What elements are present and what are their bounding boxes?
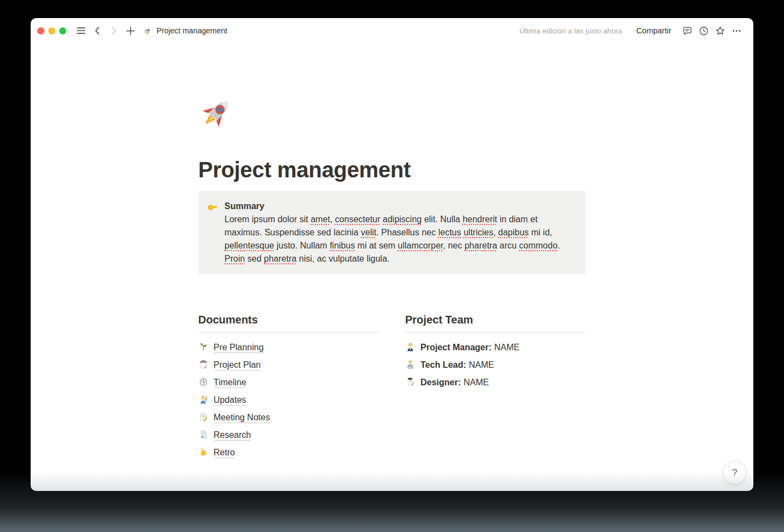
project-team-heading: Project Team (405, 313, 586, 327)
summary-callout: Summary Lorem ipsum dolor sit amet, cons… (198, 191, 586, 274)
page-body: Project management Summary Lorem ipsum d… (31, 43, 753, 491)
breadcrumb-title: Project management (157, 26, 227, 35)
page-icon-rocket[interactable] (198, 94, 235, 131)
document-link[interactable]: Pre Planning (214, 343, 264, 352)
help-button[interactable]: ? (723, 461, 746, 484)
clock-icon (698, 25, 710, 37)
document-link[interactable]: Research (214, 430, 251, 440)
document-emoji-icon (198, 377, 209, 389)
callout-text-segment: velit (361, 228, 376, 237)
pointing-right-icon (206, 200, 218, 265)
last-edited-label: Última edición a las justo ahora (520, 27, 622, 35)
team-member-name: NAME (469, 360, 494, 369)
document-link[interactable]: Project Plan (214, 360, 261, 370)
callout-text-segment: lectus (438, 228, 461, 237)
team-member-row: Tech Lead:NAME (405, 356, 586, 374)
back-button[interactable] (90, 23, 105, 38)
zoom-window-button[interactable] (59, 27, 66, 34)
callout-text-segment: consectetur (335, 215, 381, 224)
team-member-text: Project Manager:NAME (420, 343, 520, 352)
callout-text-segment: adipiscing (383, 215, 422, 224)
document-list-item: Updates (198, 391, 379, 409)
star-icon (714, 25, 726, 37)
callout-text-segment: amet (310, 215, 330, 224)
chevron-right-icon (109, 26, 119, 36)
team-member-name: NAME (494, 343, 520, 352)
team-member-emoji-icon (405, 342, 416, 354)
document-list-item: Meeting Notes (198, 409, 379, 426)
callout-text-segment: pharetra (464, 241, 497, 250)
callout-text-segment: dapibus (498, 228, 529, 237)
callout-paragraph: Lorem ipsum dolor sit amet, consectetur … (224, 213, 577, 265)
plus-icon (125, 26, 136, 36)
project-team-section: Project Team Project Manager:NAME Tech L… (405, 313, 586, 461)
window-controls (37, 27, 66, 34)
close-window-button[interactable] (37, 27, 44, 34)
documents-list: Pre Planning Project Plan Timeline (198, 339, 379, 461)
callout-body: Summary Lorem ipsum dolor sit amet, cons… (224, 200, 577, 265)
callout-text-segment: . (557, 241, 560, 250)
callout-text-segment: justo. Nullam (274, 241, 330, 250)
documents-heading: Documents (198, 313, 379, 327)
callout-text-segment: mi at sem (355, 241, 397, 250)
rocket-icon (198, 94, 235, 131)
document-emoji-icon (198, 342, 209, 354)
rocket-icon (143, 26, 152, 36)
new-page-button[interactable] (123, 23, 138, 38)
callout-text-segment: , nec (443, 241, 464, 250)
callout-text-segment: sed (245, 254, 264, 263)
document-emoji-icon (198, 412, 209, 424)
team-member-text: Tech Lead:NAME (420, 360, 494, 370)
comments-button[interactable] (679, 23, 695, 38)
team-role-label: Tech Lead: (420, 360, 466, 369)
callout-text-segment: , (493, 228, 498, 237)
callout-text-segment: pharetra (264, 254, 297, 263)
document-link[interactable]: Updates (214, 395, 246, 405)
menu-icon (76, 25, 87, 36)
callout-text-segment: commodo (519, 241, 557, 250)
titlebar: Project management Última edición a las … (31, 18, 753, 43)
app-window: Project management Última edición a las … (31, 18, 753, 491)
page-title[interactable]: Project management (198, 157, 586, 183)
callout-text-segment: . Phasellus nec (376, 228, 438, 237)
document-link[interactable]: Timeline (214, 378, 246, 388)
document-link[interactable]: Retro (214, 448, 235, 458)
callout-text-segment: ullamcorper (398, 241, 443, 250)
section-divider (405, 332, 586, 333)
team-member-emoji-icon (405, 359, 416, 372)
document-emoji-icon (198, 394, 209, 407)
document-list-item: Project Plan (198, 356, 379, 374)
updates-button[interactable] (696, 23, 711, 38)
team-member-name: NAME (464, 378, 489, 387)
favorite-button[interactable] (712, 23, 728, 38)
callout-text-segment: elit. Nulla (422, 215, 463, 224)
document-emoji-icon (198, 429, 209, 442)
document-list-item: Timeline (198, 374, 379, 391)
document-link[interactable]: Meeting Notes (214, 413, 270, 423)
breadcrumb[interactable]: Project management (143, 26, 227, 36)
more-options-button[interactable] (729, 23, 744, 38)
team-member-emoji-icon (405, 377, 416, 389)
callout-title: Summary (224, 200, 577, 213)
forward-button[interactable] (106, 23, 122, 38)
team-member-text: Designer:NAME (420, 378, 489, 388)
team-role-label: Project Manager: (420, 343, 492, 352)
callout-text-segment: Proin (224, 254, 245, 263)
sidebar-menu-button[interactable] (73, 23, 89, 38)
document-list-item: Research (198, 426, 379, 444)
section-divider (198, 332, 379, 333)
callout-text-segment: mi id, (529, 228, 552, 237)
callout-text-segment: finibus (330, 241, 355, 250)
two-column-layout: Documents Pre Planning Project Plan (198, 313, 586, 461)
callout-text-segment: Lorem ipsum dolor sit (224, 215, 310, 224)
chevron-left-icon (93, 26, 102, 36)
document-list-item: Retro (198, 444, 379, 461)
minimize-window-button[interactable] (48, 27, 55, 34)
callout-text-segment: nisi, ac vulputate ligula. (297, 254, 390, 263)
document-emoji-icon (198, 359, 209, 372)
share-button[interactable]: Compartir (633, 24, 675, 37)
team-member-row: Designer:NAME (405, 374, 586, 391)
comment-icon (682, 25, 693, 37)
ellipsis-icon (731, 25, 742, 37)
team-role-label: Designer: (420, 378, 461, 387)
